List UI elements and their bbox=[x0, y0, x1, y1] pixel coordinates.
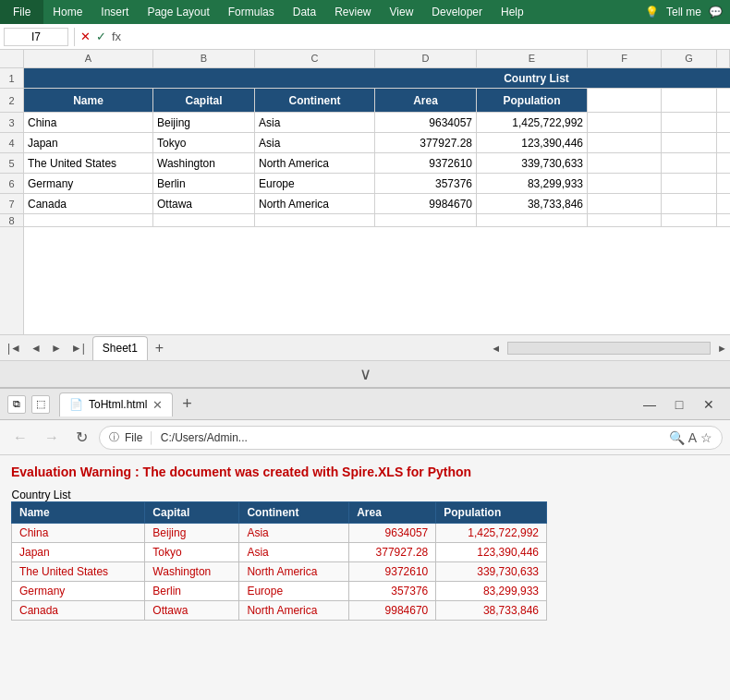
cell-g8[interactable] bbox=[662, 214, 717, 226]
cancel-formula-icon[interactable]: ✕ bbox=[80, 30, 91, 43]
cell-c7[interactable]: North America bbox=[255, 194, 375, 213]
cell-g4[interactable] bbox=[662, 133, 717, 152]
favorite-icon[interactable]: ☆ bbox=[700, 430, 712, 445]
cell-c3[interactable]: Asia bbox=[255, 113, 375, 132]
cell-a3[interactable]: China bbox=[24, 113, 153, 132]
col-header-e[interactable]: E bbox=[477, 50, 588, 67]
maximize-button[interactable]: □ bbox=[665, 393, 693, 416]
browser-tab-close-button[interactable]: ✕ bbox=[152, 398, 163, 412]
cell-d4[interactable]: 377927.28 bbox=[375, 133, 477, 152]
cell-d2[interactable]: Area bbox=[375, 89, 477, 112]
insert-function-icon[interactable]: fx bbox=[112, 30, 121, 43]
browser-tab-html[interactable]: 📄 ToHtml.html ✕ bbox=[59, 392, 173, 416]
cell-e5[interactable]: 339,730,633 bbox=[477, 153, 588, 173]
cell-b4[interactable]: Tokyo bbox=[153, 133, 255, 152]
row-num-5[interactable]: 5 bbox=[0, 153, 23, 174]
sheet-tab-sheet1[interactable]: Sheet1 bbox=[92, 336, 148, 360]
menu-home[interactable]: Home bbox=[43, 0, 91, 24]
cell-g6[interactable] bbox=[662, 174, 717, 193]
cell-e7[interactable]: 38,733,846 bbox=[477, 194, 588, 213]
cell-e2[interactable]: Population bbox=[477, 89, 588, 112]
cell-a6[interactable]: Germany bbox=[24, 174, 153, 193]
cell-b6[interactable]: Berlin bbox=[153, 174, 255, 193]
refresh-button[interactable]: ↻ bbox=[70, 427, 93, 448]
col-header-g[interactable]: G bbox=[662, 50, 717, 67]
cell-reference-box[interactable] bbox=[4, 28, 68, 46]
formula-input[interactable] bbox=[125, 30, 726, 43]
back-button[interactable]: ← bbox=[7, 428, 33, 448]
cell-b7[interactable]: Ottawa bbox=[153, 194, 255, 213]
menu-help[interactable]: Help bbox=[492, 0, 533, 24]
cell-f2[interactable] bbox=[588, 89, 662, 112]
cell-d3[interactable]: 9634057 bbox=[375, 113, 477, 132]
col-header-f[interactable]: F bbox=[588, 50, 662, 67]
cell-f3[interactable] bbox=[588, 113, 662, 132]
read-mode-icon[interactable]: A bbox=[688, 430, 697, 445]
col-header-d[interactable]: D bbox=[375, 50, 477, 67]
cell-f8[interactable] bbox=[588, 214, 662, 226]
col-header-a[interactable]: A bbox=[24, 50, 153, 67]
row-num-2[interactable]: 2 bbox=[0, 89, 23, 113]
cell-b5[interactable]: Washington bbox=[153, 153, 255, 173]
confirm-formula-icon[interactable]: ✓ bbox=[96, 30, 106, 43]
cell-a8[interactable] bbox=[24, 214, 153, 226]
cell-g3[interactable] bbox=[662, 113, 717, 132]
menu-formulas[interactable]: Formulas bbox=[219, 0, 284, 24]
cell-b2[interactable]: Capital bbox=[153, 89, 255, 112]
menu-developer[interactable]: Developer bbox=[422, 0, 492, 24]
row-num-3[interactable]: 3 bbox=[0, 113, 23, 133]
cell-b3[interactable]: Beijing bbox=[153, 113, 255, 132]
menu-page-layout[interactable]: Page Layout bbox=[138, 0, 218, 24]
cell-d8[interactable] bbox=[375, 214, 477, 226]
cell-d7[interactable]: 9984670 bbox=[375, 194, 477, 213]
hscroll-right-arrow[interactable]: ► bbox=[714, 343, 730, 354]
cell-b1[interactable] bbox=[153, 68, 255, 88]
cell-a1[interactable] bbox=[24, 68, 153, 88]
col-header-c[interactable]: C bbox=[255, 50, 375, 67]
cell-a5[interactable]: The United States bbox=[24, 153, 153, 173]
menu-view[interactable]: View bbox=[381, 0, 423, 24]
tell-me-label[interactable]: Tell me bbox=[666, 6, 701, 18]
cell-c4[interactable]: Asia bbox=[255, 133, 375, 152]
cell-e6[interactable]: 83,299,933 bbox=[477, 174, 588, 193]
col-header-b[interactable]: B bbox=[153, 50, 255, 67]
new-tab-button[interactable]: + bbox=[173, 394, 201, 414]
cell-g7[interactable] bbox=[662, 194, 717, 213]
sheet-nav-next[interactable]: ► bbox=[47, 340, 66, 356]
menu-data[interactable]: Data bbox=[284, 0, 325, 24]
cell-a4[interactable]: Japan bbox=[24, 133, 153, 152]
minimize-button[interactable]: — bbox=[636, 393, 663, 416]
row-num-4[interactable]: 4 bbox=[0, 133, 23, 153]
sheet-nav-last[interactable]: ►| bbox=[67, 340, 89, 356]
row-num-1[interactable]: 1 bbox=[0, 68, 23, 89]
hscroll-left-arrow[interactable]: ◄ bbox=[488, 343, 504, 354]
cell-f4[interactable] bbox=[588, 133, 662, 152]
row-num-7[interactable]: 7 bbox=[0, 194, 23, 214]
forward-button[interactable]: → bbox=[39, 428, 65, 448]
sheet-nav-prev[interactable]: ◄ bbox=[27, 340, 45, 356]
cell-title-merged[interactable]: Country List bbox=[255, 68, 730, 88]
cell-e3[interactable]: 1,425,722,992 bbox=[477, 113, 588, 132]
cell-c8[interactable] bbox=[255, 214, 375, 226]
menu-insert[interactable]: Insert bbox=[91, 0, 138, 24]
horizontal-scrollbar[interactable] bbox=[507, 342, 711, 355]
cell-a2[interactable]: Name bbox=[24, 89, 153, 112]
address-input[interactable]: ⓘ File │ C:/Users/Admin... 🔍 A ☆ bbox=[99, 426, 723, 450]
cell-e8[interactable] bbox=[477, 214, 588, 226]
menu-review[interactable]: Review bbox=[325, 0, 380, 24]
cell-a7[interactable]: Canada bbox=[24, 194, 153, 213]
cell-f5[interactable] bbox=[588, 153, 662, 173]
cell-c5[interactable]: North America bbox=[255, 153, 375, 173]
cell-d6[interactable]: 357376 bbox=[375, 174, 477, 193]
cell-e4[interactable]: 123,390,446 bbox=[477, 133, 588, 152]
menu-file[interactable]: File bbox=[0, 0, 43, 24]
cell-c6[interactable]: Europe bbox=[255, 174, 375, 193]
cell-f7[interactable] bbox=[588, 194, 662, 213]
cell-g5[interactable] bbox=[662, 153, 717, 173]
cell-g2[interactable] bbox=[662, 89, 717, 112]
add-sheet-button[interactable]: + bbox=[148, 340, 171, 356]
row-num-6[interactable]: 6 bbox=[0, 174, 23, 194]
cell-b8[interactable] bbox=[153, 214, 255, 226]
cell-d5[interactable]: 9372610 bbox=[375, 153, 477, 173]
cell-f6[interactable] bbox=[588, 174, 662, 193]
